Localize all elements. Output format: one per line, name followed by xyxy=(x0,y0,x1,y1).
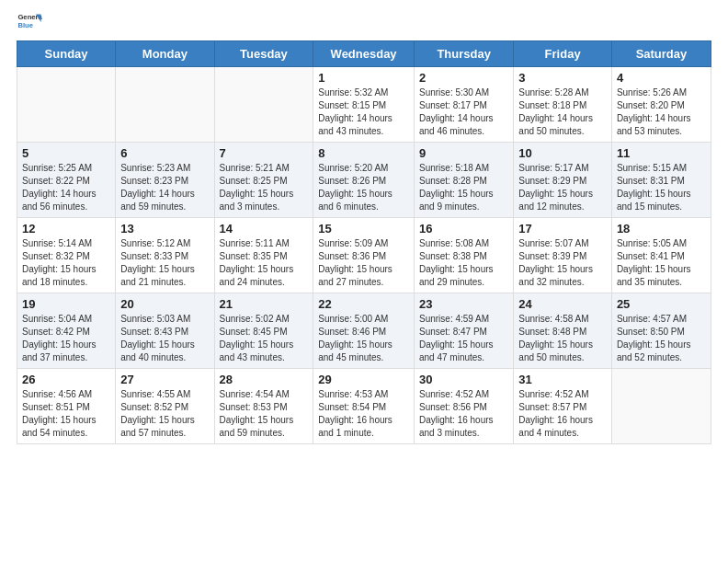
day-number: 15 xyxy=(318,222,409,236)
svg-text:Blue: Blue xyxy=(17,21,33,29)
calendar-cell: 31Sunrise: 4:52 AM Sunset: 8:57 PM Dayli… xyxy=(514,369,612,444)
calendar-cell: 6Sunrise: 5:23 AM Sunset: 8:23 PM Daylig… xyxy=(116,143,214,218)
day-number: 9 xyxy=(419,146,508,160)
logo: General Blue xyxy=(17,9,46,35)
weekday-monday: Monday xyxy=(116,41,214,67)
day-number: 11 xyxy=(617,146,706,160)
calendar-cell: 11Sunrise: 5:15 AM Sunset: 8:31 PM Dayli… xyxy=(611,143,711,218)
calendar-cell: 14Sunrise: 5:11 AM Sunset: 8:35 PM Dayli… xyxy=(214,218,313,293)
day-info: Sunrise: 4:53 AM Sunset: 8:54 PM Dayligh… xyxy=(318,388,409,440)
day-info: Sunrise: 5:17 AM Sunset: 8:29 PM Dayligh… xyxy=(518,162,607,213)
day-info: Sunrise: 5:28 AM Sunset: 8:18 PM Dayligh… xyxy=(518,86,607,138)
day-number: 12 xyxy=(22,222,110,236)
logo-icon: General Blue xyxy=(17,9,42,35)
day-number: 17 xyxy=(518,222,607,236)
day-number: 23 xyxy=(419,297,508,311)
day-info: Sunrise: 5:26 AM Sunset: 8:20 PM Dayligh… xyxy=(617,86,706,138)
calendar-cell: 5Sunrise: 5:25 AM Sunset: 8:22 PM Daylig… xyxy=(17,143,116,218)
weekday-wednesday: Wednesday xyxy=(313,41,415,67)
calendar-week-4: 19Sunrise: 5:04 AM Sunset: 8:42 PM Dayli… xyxy=(17,293,711,369)
day-info: Sunrise: 4:54 AM Sunset: 8:53 PM Dayligh… xyxy=(220,388,309,440)
day-info: Sunrise: 5:02 AM Sunset: 8:45 PM Dayligh… xyxy=(220,313,309,364)
calendar-cell: 19Sunrise: 5:04 AM Sunset: 8:42 PM Dayli… xyxy=(17,293,116,369)
calendar-cell: 7Sunrise: 5:21 AM Sunset: 8:25 PM Daylig… xyxy=(214,143,313,218)
page: General Blue SundayMondayTuesdayWednesda… xyxy=(0,0,728,563)
day-info: Sunrise: 4:52 AM Sunset: 8:57 PM Dayligh… xyxy=(518,388,607,440)
calendar-cell: 2Sunrise: 5:30 AM Sunset: 8:17 PM Daylig… xyxy=(414,67,513,143)
calendar-week-2: 5Sunrise: 5:25 AM Sunset: 8:22 PM Daylig… xyxy=(17,143,711,218)
calendar-cell: 25Sunrise: 4:57 AM Sunset: 8:50 PM Dayli… xyxy=(611,293,711,369)
day-info: Sunrise: 5:30 AM Sunset: 8:17 PM Dayligh… xyxy=(419,86,508,138)
weekday-saturday: Saturday xyxy=(611,41,711,67)
day-number: 27 xyxy=(120,373,209,386)
day-info: Sunrise: 4:52 AM Sunset: 8:56 PM Dayligh… xyxy=(419,388,508,440)
day-info: Sunrise: 5:25 AM Sunset: 8:22 PM Dayligh… xyxy=(22,162,110,213)
calendar-cell: 30Sunrise: 4:52 AM Sunset: 8:56 PM Dayli… xyxy=(414,369,513,444)
day-info: Sunrise: 4:57 AM Sunset: 8:50 PM Dayligh… xyxy=(617,313,706,364)
calendar-cell: 20Sunrise: 5:03 AM Sunset: 8:43 PM Dayli… xyxy=(116,293,214,369)
day-info: Sunrise: 4:55 AM Sunset: 8:52 PM Dayligh… xyxy=(120,388,209,440)
calendar-cell: 27Sunrise: 4:55 AM Sunset: 8:52 PM Dayli… xyxy=(116,369,214,444)
day-number: 5 xyxy=(22,146,110,160)
day-info: Sunrise: 5:18 AM Sunset: 8:28 PM Dayligh… xyxy=(419,162,508,213)
calendar-cell: 18Sunrise: 5:05 AM Sunset: 8:41 PM Dayli… xyxy=(611,218,711,293)
day-number: 10 xyxy=(518,146,607,160)
day-info: Sunrise: 5:11 AM Sunset: 8:35 PM Dayligh… xyxy=(220,237,309,289)
day-number: 28 xyxy=(220,373,309,386)
day-number: 8 xyxy=(318,146,409,160)
day-number: 26 xyxy=(22,373,110,386)
day-info: Sunrise: 5:03 AM Sunset: 8:43 PM Dayligh… xyxy=(120,313,209,364)
calendar-cell xyxy=(611,369,711,444)
day-number: 4 xyxy=(617,71,706,85)
day-number: 2 xyxy=(419,71,508,85)
weekday-friday: Friday xyxy=(514,41,612,67)
header: General Blue xyxy=(17,9,711,35)
day-number: 18 xyxy=(617,222,706,236)
day-info: Sunrise: 5:04 AM Sunset: 8:42 PM Dayligh… xyxy=(22,313,110,364)
weekday-thursday: Thursday xyxy=(414,41,513,67)
calendar-table: SundayMondayTuesdayWednesdayThursdayFrid… xyxy=(17,40,711,444)
weekday-header-row: SundayMondayTuesdayWednesdayThursdayFrid… xyxy=(17,41,711,67)
day-info: Sunrise: 5:14 AM Sunset: 8:32 PM Dayligh… xyxy=(22,237,110,289)
day-number: 19 xyxy=(22,297,110,311)
calendar-cell: 22Sunrise: 5:00 AM Sunset: 8:46 PM Dayli… xyxy=(313,293,415,369)
day-number: 6 xyxy=(120,146,209,160)
day-number: 13 xyxy=(120,222,209,236)
calendar-cell: 28Sunrise: 4:54 AM Sunset: 8:53 PM Dayli… xyxy=(214,369,313,444)
calendar-cell: 3Sunrise: 5:28 AM Sunset: 8:18 PM Daylig… xyxy=(514,67,612,143)
calendar-week-5: 26Sunrise: 4:56 AM Sunset: 8:51 PM Dayli… xyxy=(17,369,711,444)
calendar-cell xyxy=(214,67,313,143)
day-number: 22 xyxy=(318,297,409,311)
day-number: 7 xyxy=(220,146,309,160)
day-info: Sunrise: 5:07 AM Sunset: 8:39 PM Dayligh… xyxy=(518,237,607,289)
day-info: Sunrise: 5:20 AM Sunset: 8:26 PM Dayligh… xyxy=(318,162,409,213)
calendar-cell: 29Sunrise: 4:53 AM Sunset: 8:54 PM Dayli… xyxy=(313,369,415,444)
calendar-cell: 23Sunrise: 4:59 AM Sunset: 8:47 PM Dayli… xyxy=(414,293,513,369)
day-number: 31 xyxy=(518,373,607,386)
day-info: Sunrise: 5:12 AM Sunset: 8:33 PM Dayligh… xyxy=(120,237,209,289)
calendar-cell: 4Sunrise: 5:26 AM Sunset: 8:20 PM Daylig… xyxy=(611,67,711,143)
day-number: 14 xyxy=(220,222,309,236)
day-number: 30 xyxy=(419,373,508,386)
day-number: 1 xyxy=(318,71,409,85)
calendar-cell: 1Sunrise: 5:32 AM Sunset: 8:15 PM Daylig… xyxy=(313,67,415,143)
calendar-body: 1Sunrise: 5:32 AM Sunset: 8:15 PM Daylig… xyxy=(17,67,711,444)
calendar-cell xyxy=(17,67,116,143)
day-number: 29 xyxy=(318,373,409,386)
calendar-cell: 24Sunrise: 4:58 AM Sunset: 8:48 PM Dayli… xyxy=(514,293,612,369)
day-info: Sunrise: 4:58 AM Sunset: 8:48 PM Dayligh… xyxy=(518,313,607,364)
calendar-cell: 26Sunrise: 4:56 AM Sunset: 8:51 PM Dayli… xyxy=(17,369,116,444)
calendar-header: SundayMondayTuesdayWednesdayThursdayFrid… xyxy=(17,41,711,67)
weekday-sunday: Sunday xyxy=(17,41,116,67)
day-info: Sunrise: 5:23 AM Sunset: 8:23 PM Dayligh… xyxy=(120,162,209,213)
day-info: Sunrise: 5:09 AM Sunset: 8:36 PM Dayligh… xyxy=(318,237,409,289)
calendar-week-3: 12Sunrise: 5:14 AM Sunset: 8:32 PM Dayli… xyxy=(17,218,711,293)
calendar-cell: 9Sunrise: 5:18 AM Sunset: 8:28 PM Daylig… xyxy=(414,143,513,218)
calendar-cell xyxy=(116,67,214,143)
day-info: Sunrise: 5:32 AM Sunset: 8:15 PM Dayligh… xyxy=(318,86,409,138)
day-number: 24 xyxy=(518,297,607,311)
calendar-cell: 10Sunrise: 5:17 AM Sunset: 8:29 PM Dayli… xyxy=(514,143,612,218)
day-info: Sunrise: 5:21 AM Sunset: 8:25 PM Dayligh… xyxy=(220,162,309,213)
day-number: 20 xyxy=(120,297,209,311)
day-info: Sunrise: 5:15 AM Sunset: 8:31 PM Dayligh… xyxy=(617,162,706,213)
